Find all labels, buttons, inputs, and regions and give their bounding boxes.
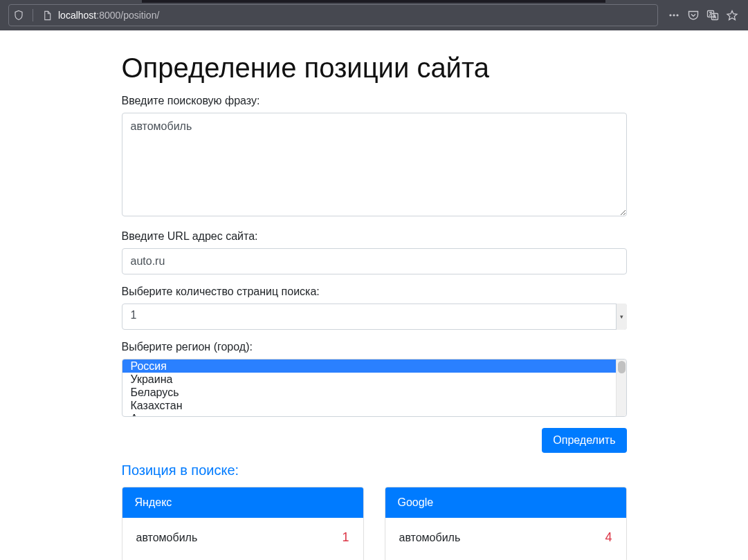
region-group: Выберите регион (город): Россия Украина … [122, 341, 627, 417]
url-text: localhost:8000/position/ [58, 10, 653, 21]
card-header: Яндекс [122, 487, 363, 518]
region-option[interactable]: Беларусь [122, 386, 616, 399]
scrollbar-thumb[interactable] [618, 361, 626, 373]
pages-select[interactable]: 1 [122, 304, 627, 330]
svg-point-0 [669, 14, 671, 16]
region-option[interactable]: Россия [122, 360, 616, 373]
region-option[interactable]: А [122, 412, 616, 416]
url-path: :8000/position/ [96, 10, 159, 21]
more-icon[interactable] [668, 9, 680, 21]
result-term: автомобиль [399, 532, 461, 544]
pages-group: Выберите количество страниц поиска: 1 ▾ [122, 286, 627, 330]
tab-strip-shadow [142, 0, 605, 3]
url-input[interactable] [122, 248, 627, 274]
url-bar[interactable]: localhost:8000/position/ [8, 4, 658, 26]
page-title: Определение позиции сайта [122, 53, 627, 84]
result-position: 4 [605, 530, 612, 545]
main-container: Определение позиции сайта Введите поиско… [122, 30, 627, 560]
results-heading: Позиция в поиске: [122, 463, 627, 478]
region-option[interactable]: Казахстан [122, 399, 616, 412]
pages-label: Выберите количество страниц поиска: [122, 286, 627, 298]
submit-button[interactable]: Определить [542, 428, 626, 453]
card-header: Google [385, 487, 626, 518]
region-label: Выберите регион (город): [122, 341, 627, 353]
separator [33, 9, 33, 21]
pocket-icon[interactable] [687, 9, 700, 21]
result-term: автомобиль [136, 532, 198, 544]
submit-row: Определить [122, 428, 627, 453]
toolbar-right [661, 9, 742, 21]
svg-point-1 [673, 14, 675, 16]
phrase-label: Введите поисковую фразу: [122, 95, 627, 107]
phrase-group: Введите поисковую фразу: [122, 95, 627, 219]
bookmark-star-icon[interactable] [726, 9, 738, 21]
region-option[interactable]: Украина [122, 373, 616, 386]
svg-point-2 [676, 14, 678, 16]
shield-icon [13, 10, 24, 21]
result-card-yandex: Яндекс автомобиль 1 [122, 487, 364, 560]
browser-address-bar: localhost:8000/position/ [0, 0, 748, 30]
scrollbar[interactable] [616, 360, 626, 416]
url-label: Введите URL адрес сайта: [122, 230, 627, 243]
phrase-input[interactable] [122, 113, 627, 216]
translate-icon[interactable] [706, 9, 719, 21]
url-group: Введите URL адрес сайта: [122, 230, 627, 274]
page-icon [42, 10, 53, 21]
region-listbox[interactable]: Россия Украина Беларусь Казахстан А [122, 359, 627, 417]
result-card-google: Google автомобиль 4 [385, 487, 627, 560]
url-host: localhost [58, 10, 96, 21]
result-position: 1 [342, 530, 349, 545]
results-cards: Яндекс автомобиль 1 Google автомобиль 4 [122, 487, 627, 560]
